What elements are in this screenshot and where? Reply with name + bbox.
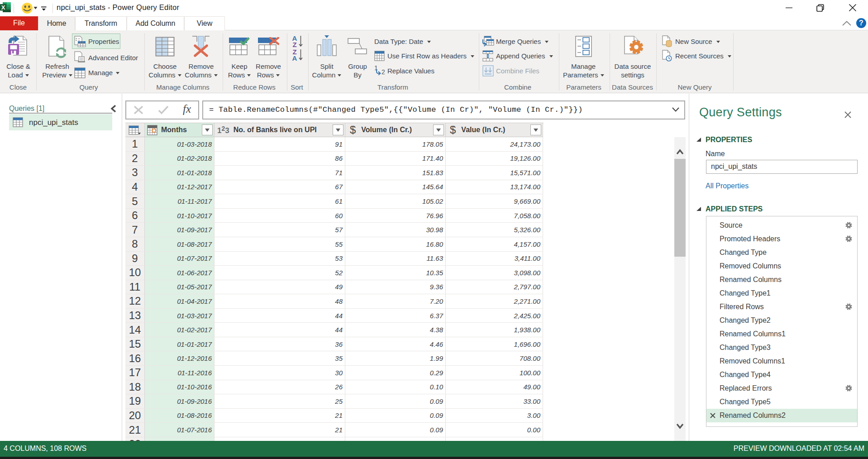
svg-text:X: X — [1, 4, 5, 11]
